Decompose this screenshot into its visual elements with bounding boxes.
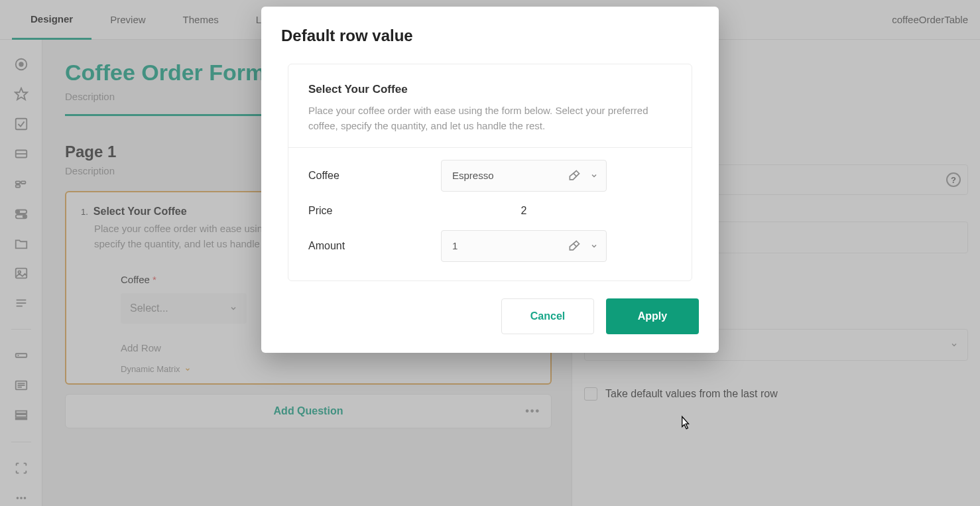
modal-row-price-label: Price xyxy=(308,205,441,217)
modal-row-price: Price 2 xyxy=(308,205,672,217)
modal-row-coffee: Coffee Espresso xyxy=(308,160,672,192)
modal-amount-select[interactable]: 1 xyxy=(441,230,607,262)
modal-card-subtitle: Place your coffee order with ease using … xyxy=(308,103,672,134)
eraser-icon[interactable] xyxy=(568,169,581,182)
modal-price-value: 2 xyxy=(441,205,607,217)
svg-line-30 xyxy=(574,243,576,246)
modal-coffee-value: Espresso xyxy=(452,170,494,181)
modal-footer: Cancel Apply xyxy=(281,298,699,334)
modal-overlay: Default row value Select Your Coffee Pla… xyxy=(0,0,980,506)
modal-card: Select Your Coffee Place your coffee ord… xyxy=(288,64,692,281)
modal-row-amount-label: Amount xyxy=(308,240,441,252)
default-row-value-modal: Default row value Select Your Coffee Pla… xyxy=(261,7,719,353)
apply-button[interactable]: Apply xyxy=(606,298,699,334)
svg-line-29 xyxy=(574,173,576,176)
modal-title: Default row value xyxy=(281,27,699,45)
chevron-down-icon xyxy=(590,242,598,250)
eraser-icon[interactable] xyxy=(568,239,581,253)
cancel-button[interactable]: Cancel xyxy=(501,298,594,334)
modal-row-coffee-label: Coffee xyxy=(308,170,441,182)
modal-row-amount: Amount 1 xyxy=(308,230,672,262)
modal-card-divider xyxy=(288,147,692,148)
modal-card-heading: Select Your Coffee xyxy=(308,83,672,96)
modal-coffee-select[interactable]: Espresso xyxy=(441,160,607,192)
chevron-down-icon xyxy=(590,172,598,180)
modal-amount-value: 1 xyxy=(452,240,458,251)
